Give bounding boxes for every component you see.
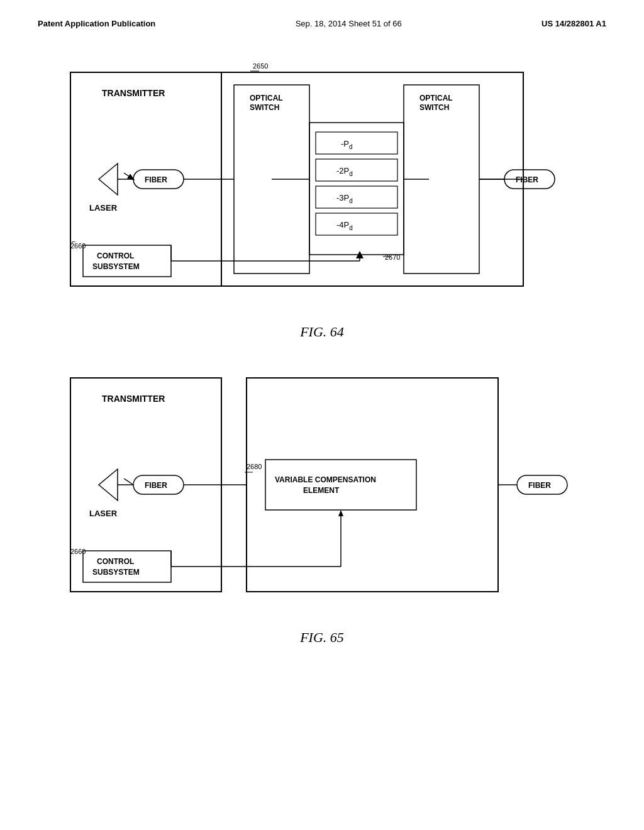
svg-marker-27 <box>99 469 118 501</box>
fig65-caption: FIG. 65 <box>38 629 606 646</box>
label2650: 2650 <box>253 62 268 70</box>
fiber2-label-fig65: FIBER <box>528 481 551 490</box>
subsystem-label-fig65: SUBSYSTEM <box>92 568 140 577</box>
fiber1-label-fig65: FIBER <box>145 481 167 490</box>
fig64-section: TRANSMITTER FIBER LASER 2660 ⌐ CONTROL S… <box>38 53 606 340</box>
label2660-arrow: ⌐ <box>72 238 75 245</box>
header-center: Sep. 18, 2014 Sheet 51 of 66 <box>296 19 402 28</box>
laser-label-fig65: LASER <box>89 509 118 518</box>
subsystem-label-fig64: SUBSYSTEM <box>92 262 140 271</box>
pd3-label: -3Pd <box>336 193 353 204</box>
transmitter-label-fig65: TRANSMITTER <box>102 394 165 404</box>
transmitter-label: TRANSMITTER <box>102 88 165 98</box>
svg-rect-33 <box>247 378 498 592</box>
optical-switch-2-label: OPTICAL <box>419 94 453 102</box>
fiber1-label: FIBER <box>145 175 167 184</box>
svg-rect-14 <box>316 186 397 208</box>
fig65-section: TRANSMITTER FIBER LASER 2660 CONTROL SUB… <box>38 359 606 646</box>
svg-marker-1 <box>99 163 118 195</box>
fig64-caption: FIG. 64 <box>38 324 606 340</box>
optical-switch-2-label2: SWITCH <box>419 103 449 112</box>
fiber2-label-fig64: FIBER <box>516 175 538 184</box>
control-label-fig64: CONTROL <box>97 252 134 260</box>
pd2-label: -2Pd <box>336 166 353 177</box>
fig65-svg: TRANSMITTER FIBER LASER 2660 CONTROL SUB… <box>52 359 592 623</box>
optical-switch-1-label: OPTICAL <box>250 94 283 102</box>
svg-rect-15 <box>316 213 397 235</box>
pd4-label: -4Pd <box>336 220 353 231</box>
var-comp-label1: VARIABLE COMPENSATION <box>275 475 376 484</box>
svg-rect-13 <box>316 159 397 181</box>
svg-rect-6 <box>83 245 171 277</box>
fig64-svg: TRANSMITTER FIBER LASER 2660 ⌐ CONTROL S… <box>52 53 592 318</box>
label2680: 2680 <box>247 463 262 470</box>
optical-switch-1-label2: SWITCH <box>250 103 279 112</box>
header-left: Patent Application Publication <box>38 19 155 28</box>
svg-line-3 <box>124 173 133 179</box>
pd1-label: -Pd <box>341 139 353 150</box>
header-right: US 14/282801 A1 <box>541 19 606 28</box>
label2670: 2670 <box>385 253 400 261</box>
svg-rect-32 <box>83 551 171 582</box>
laser-label: LASER <box>89 203 118 213</box>
svg-line-29 <box>124 479 133 485</box>
var-comp-label2: ELEMENT <box>303 486 340 495</box>
fig65-diagram: TRANSMITTER FIBER LASER 2660 CONTROL SUB… <box>38 359 606 623</box>
arrow-up-fig65 <box>338 510 343 516</box>
page-header: Patent Application Publication Sep. 18, … <box>38 19 606 28</box>
control-label-fig65: CONTROL <box>97 557 134 566</box>
fig64-diagram: TRANSMITTER FIBER LASER 2660 ⌐ CONTROL S… <box>38 53 606 318</box>
label2660-fig65: 2660 <box>70 548 86 555</box>
arrow-up-fig64 <box>357 253 362 258</box>
page: Patent Application Publication Sep. 18, … <box>0 0 644 830</box>
svg-rect-35 <box>265 460 416 510</box>
svg-rect-12 <box>316 132 397 154</box>
